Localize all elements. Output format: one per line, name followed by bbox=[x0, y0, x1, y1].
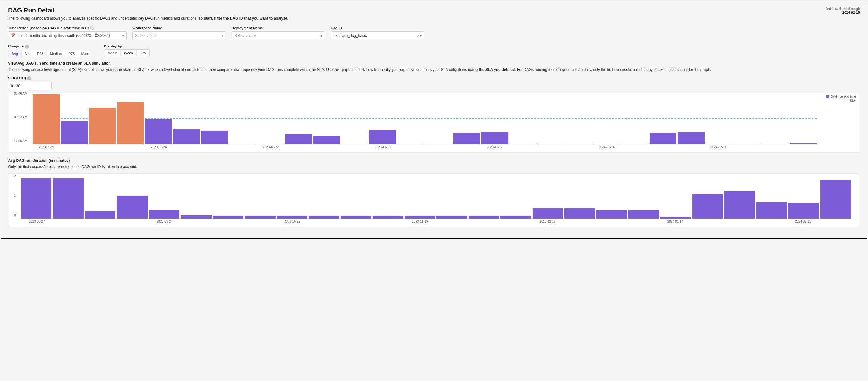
compute-opt-avg[interactable]: Avg bbox=[8, 50, 22, 57]
duration-chart: 0122023-08-272023-09-242023-10-222023-11… bbox=[8, 173, 860, 227]
duration-bar[interactable] bbox=[405, 216, 435, 218]
display-opt-month[interactable]: Month bbox=[104, 50, 121, 57]
calendar-icon: 📅 bbox=[11, 33, 16, 38]
time-period-label: Time Period (Based on DAG run start time… bbox=[8, 26, 127, 30]
compute-opt-median[interactable]: Median bbox=[47, 50, 65, 57]
end-time-bar[interactable] bbox=[89, 108, 116, 144]
x-tick: 2023-12-17 bbox=[539, 220, 555, 223]
x-tick: 2023-11-19 bbox=[375, 146, 391, 149]
duration-bar[interactable] bbox=[277, 216, 307, 218]
end-time-bar[interactable] bbox=[173, 129, 200, 144]
deployment-label: Deployment Name bbox=[231, 26, 325, 30]
end-time-bar[interactable] bbox=[33, 94, 60, 144]
end-time-bar[interactable] bbox=[734, 144, 761, 144]
compute-label: Computei bbox=[8, 45, 91, 49]
duration-bar[interactable] bbox=[117, 196, 147, 218]
end-time-bar[interactable] bbox=[509, 144, 536, 144]
chevron-down-icon: ▾ bbox=[221, 34, 223, 37]
workspace-select[interactable]: Select values ▾ bbox=[132, 31, 226, 40]
end-time-bar[interactable] bbox=[61, 121, 88, 144]
dag-id-value: example_dag_basic bbox=[334, 33, 367, 38]
compute-opt-p25[interactable]: P25 bbox=[34, 50, 47, 57]
end-time-bar[interactable] bbox=[762, 144, 788, 144]
duration-bar[interactable] bbox=[533, 208, 563, 218]
info-icon[interactable]: i bbox=[27, 76, 31, 80]
end-time-bar[interactable] bbox=[790, 143, 816, 144]
end-time-bar[interactable] bbox=[145, 119, 172, 144]
x-tick: 2023-12-17 bbox=[487, 146, 503, 149]
info-icon[interactable]: i bbox=[25, 45, 29, 49]
end-time-bar[interactable] bbox=[341, 144, 368, 144]
duration-bar[interactable] bbox=[724, 191, 755, 218]
duration-bar[interactable] bbox=[245, 216, 275, 218]
display-by-toggle[interactable]: MonthWeekDay bbox=[104, 49, 150, 57]
deployment-placeholder: Select values bbox=[234, 33, 256, 38]
x-tick: 2024-01-14 bbox=[668, 220, 683, 223]
duration-bar[interactable] bbox=[373, 216, 403, 218]
display-by-label: Display by bbox=[104, 45, 150, 48]
duration-bar[interactable] bbox=[628, 210, 659, 218]
workspace-label: Workspace Name bbox=[132, 26, 226, 30]
x-tick: 2023-11-19 bbox=[412, 220, 428, 223]
end-time-bar[interactable] bbox=[678, 133, 705, 144]
end-time-bar[interactable] bbox=[229, 144, 256, 144]
end-time-bar[interactable] bbox=[397, 144, 424, 144]
duration-bar[interactable] bbox=[213, 216, 243, 218]
x-tick: 2024-01-14 bbox=[599, 146, 615, 149]
sla-section-title: View Avg DAG run end time and create an … bbox=[8, 61, 860, 66]
duration-bar[interactable] bbox=[469, 216, 499, 218]
chevron-down-icon: ▾ bbox=[122, 34, 124, 37]
display-opt-week[interactable]: Week bbox=[121, 50, 137, 57]
dag-id-select[interactable]: example_dag_basic × ▾ bbox=[331, 31, 424, 40]
duration-bar[interactable] bbox=[660, 217, 691, 218]
end-time-bar[interactable] bbox=[201, 130, 228, 144]
x-tick: 2023-10-22 bbox=[263, 146, 279, 149]
end-time-bar[interactable] bbox=[453, 133, 480, 144]
end-time-bar[interactable] bbox=[650, 133, 676, 144]
duration-bar[interactable] bbox=[596, 210, 627, 218]
duration-bar[interactable] bbox=[21, 178, 52, 218]
duration-bar[interactable] bbox=[564, 208, 595, 218]
duration-bar[interactable] bbox=[309, 216, 339, 218]
x-tick: 2023-08-27 bbox=[29, 220, 45, 223]
duration-bar[interactable] bbox=[149, 210, 179, 218]
compute-opt-max[interactable]: Max bbox=[78, 50, 91, 57]
duration-bar[interactable] bbox=[788, 203, 819, 218]
end-time-bar[interactable] bbox=[621, 144, 648, 144]
end-time-bar[interactable] bbox=[117, 102, 144, 144]
duration-bar[interactable] bbox=[53, 178, 83, 218]
end-time-bar[interactable] bbox=[565, 144, 592, 144]
x-tick: 2023-08-27 bbox=[39, 146, 55, 149]
end-time-bar[interactable] bbox=[593, 144, 620, 144]
sla-section-desc: The following service level agreement (S… bbox=[8, 67, 860, 72]
end-time-bar[interactable] bbox=[425, 144, 452, 144]
end-time-bar[interactable] bbox=[369, 130, 396, 144]
duration-bar[interactable] bbox=[85, 211, 116, 218]
end-time-bar[interactable] bbox=[537, 144, 564, 144]
duration-bar[interactable] bbox=[436, 216, 467, 218]
duration-bar[interactable] bbox=[500, 216, 531, 218]
display-opt-day[interactable]: Day bbox=[137, 50, 149, 57]
data-available-date: 2024-02-15 bbox=[826, 10, 860, 14]
end-time-bar[interactable] bbox=[313, 136, 340, 144]
data-available-label: Data available through bbox=[826, 7, 860, 10]
time-period-select[interactable]: 📅Last 6 months including this month (09/… bbox=[8, 31, 127, 40]
chevron-down-icon: ▾ bbox=[321, 34, 322, 37]
end-time-bar[interactable] bbox=[706, 144, 733, 144]
duration-section-title: Avg DAG run duration (in minutes) bbox=[8, 158, 860, 163]
duration-bar[interactable] bbox=[181, 215, 211, 218]
end-time-bar[interactable] bbox=[257, 144, 284, 144]
duration-bar[interactable] bbox=[341, 216, 371, 218]
end-time-bar[interactable] bbox=[482, 133, 508, 144]
duration-bar[interactable] bbox=[756, 202, 787, 218]
sla-input[interactable] bbox=[8, 82, 52, 90]
end-time-bar[interactable] bbox=[285, 134, 312, 144]
compute-toggle[interactable]: AvgMinP25MedianP75Max bbox=[8, 50, 91, 57]
data-available: Data available through 2024-02-15 bbox=[826, 7, 860, 14]
compute-opt-min[interactable]: Min bbox=[22, 50, 34, 57]
chevron-down-icon: × ▾ bbox=[417, 34, 422, 37]
duration-bar[interactable] bbox=[692, 194, 723, 218]
deployment-select[interactable]: Select values ▾ bbox=[231, 31, 325, 40]
duration-bar[interactable] bbox=[820, 180, 851, 218]
compute-opt-p75[interactable]: P75 bbox=[65, 50, 78, 57]
